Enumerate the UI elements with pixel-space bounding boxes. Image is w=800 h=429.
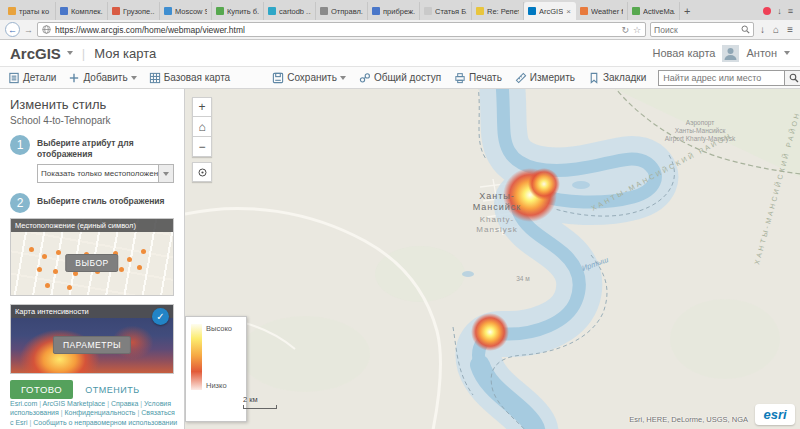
caret-down-icon — [163, 172, 169, 176]
layer-name: School 4-to-Tehnopark — [10, 115, 174, 126]
tab-favicon-icon — [60, 7, 68, 15]
footer-link[interactable]: Сообщить о неправомерном использовании — [33, 419, 177, 426]
step-1: 1 Выберите атрибут для отображения — [10, 135, 174, 160]
style-card-heatmap[interactable]: Карта интенсивности ✓ ПАРАМЕТРЫ — [10, 304, 174, 374]
geocode-search-button[interactable] — [784, 71, 800, 85]
menu-icon[interactable]: ≡ — [788, 6, 793, 16]
airport-label: Ханты-Мансийск — [675, 127, 726, 134]
measure-button[interactable]: Измерить — [515, 72, 575, 84]
browser-tab[interactable]: Комплек... — [56, 2, 108, 20]
basemap-label: Базовая карта — [164, 72, 231, 83]
green-patch — [670, 299, 780, 379]
city-label-en: Khanty- — [480, 215, 515, 224]
scale-label: 2 км — [243, 395, 258, 404]
print-label: Печать — [469, 72, 502, 83]
browser-tab[interactable]: Статья Б... — [420, 2, 472, 20]
add-button[interactable]: Добавить — [68, 72, 136, 84]
style-options-button[interactable]: ПАРАМЕТРЫ — [53, 336, 131, 354]
app-header: ArcGIS | Моя карта Новая карта Антон — [0, 40, 800, 67]
browser-tab[interactable]: траты ко — [4, 2, 56, 20]
back-button[interactable]: ← — [5, 22, 20, 37]
browser-tab[interactable]: Грузопе... — [108, 2, 160, 20]
browser-tab[interactable]: cartodb ... — [264, 2, 316, 20]
bookmarks-label: Закладки — [603, 72, 646, 83]
legend-gradient-bar — [191, 324, 202, 390]
new-tab-button[interactable]: + — [680, 2, 694, 20]
heat-spot — [528, 168, 560, 200]
locate-icon — [197, 167, 208, 178]
forward-button[interactable]: → — [24, 25, 33, 35]
attribute-dropdown[interactable]: Показать только местоположения — [37, 164, 174, 183]
browser-search-bar[interactable] — [650, 22, 754, 37]
tab-title: Статья Б... — [435, 7, 467, 16]
new-map-link[interactable]: Новая карта — [652, 47, 715, 59]
url-bar[interactable]: https://www.arcgis.com/home/webmap/viewe… — [37, 22, 646, 37]
basemap-button[interactable]: Базовая карта — [149, 72, 231, 84]
browser-tab-active[interactable]: ArcGIS - Мо× — [524, 2, 576, 20]
home-extent-button[interactable]: ⌂ — [192, 117, 212, 137]
page-title: Моя карта — [94, 46, 156, 61]
zoom-out-button[interactable]: − — [192, 137, 212, 157]
browser-tab[interactable]: Moscow Stat — [160, 2, 212, 20]
zoom-in-button[interactable]: + — [192, 97, 212, 117]
tab-title: ActiveMa... — [643, 7, 675, 16]
city-label: Ханты- — [479, 191, 515, 201]
footer-link[interactable]: Справка — [111, 400, 144, 407]
browser-tab[interactable]: ActiveMa... — [628, 2, 680, 20]
geocode-search[interactable] — [658, 70, 800, 86]
downloads-icon[interactable]: ↓ — [777, 6, 782, 16]
avatar[interactable] — [722, 45, 739, 62]
browser-tab[interactable]: Weather f... — [576, 2, 628, 20]
search-icon[interactable] — [741, 25, 750, 34]
home-icon[interactable]: ⌂ — [771, 24, 781, 35]
style-card-location[interactable]: Местоположение (единый символ) ВЫБОР — [10, 218, 174, 296]
locate-button[interactable] — [192, 162, 212, 182]
arcgis-logo[interactable]: ArcGIS — [10, 45, 61, 62]
browser-tab[interactable]: Re: Репет... — [472, 2, 524, 20]
panel-title: Изменить стиль — [10, 97, 174, 112]
map-area[interactable]: Ханты- Мансийск Khanty- Mansiysk 34 м Аэ… — [185, 89, 800, 429]
done-button[interactable]: ГОТОВО — [10, 380, 73, 399]
footer-link[interactable]: Конфиденциальность — [65, 409, 142, 416]
city-label-en: Mansiysk — [476, 225, 517, 234]
tab-close-icon[interactable]: × — [566, 7, 571, 16]
geocode-search-input[interactable] — [659, 73, 784, 83]
browser-tab[interactable]: Отправл... — [316, 2, 368, 20]
dropdown-arrow-button[interactable] — [158, 165, 173, 182]
print-button[interactable]: Печать — [454, 72, 502, 84]
footer-link[interactable]: ArcGIS Marketplace — [43, 400, 111, 407]
caret-down-icon[interactable] — [784, 51, 790, 55]
url-text[interactable]: https://www.arcgis.com/home/webmap/viewe… — [55, 25, 617, 35]
elevation-label: 34 м — [516, 275, 530, 282]
share-label: Общий доступ — [374, 72, 441, 83]
bookmarks-button[interactable]: Закладки — [588, 72, 646, 84]
cancel-button[interactable]: ОТМЕНИТЬ — [85, 385, 139, 395]
browser-search-input[interactable] — [654, 25, 741, 35]
browser-tab[interactable]: Купить б... — [212, 2, 264, 20]
details-button[interactable]: Детали — [8, 72, 56, 84]
tab-favicon-icon — [8, 7, 16, 15]
select-style-button[interactable]: ВЫБОР — [65, 254, 118, 272]
bookmark-star-icon[interactable]: ☆ — [633, 25, 641, 35]
step-2-label: Выберите стиль отображения — [37, 193, 165, 213]
change-style-panel: Изменить стиль School 4-to-Tehnopark 1 В… — [0, 89, 185, 429]
menu-icon[interactable]: ≡ — [785, 24, 795, 35]
step-2-number: 2 — [10, 193, 30, 213]
share-button[interactable]: Общий доступ — [359, 72, 441, 84]
browser-tab[interactable]: прибреж... — [368, 2, 420, 20]
save-button[interactable]: Сохранить — [272, 72, 346, 84]
reload-icon[interactable]: ↻ — [621, 25, 629, 35]
point-symbols — [29, 247, 34, 252]
browser-tab-strip: траты ко Комплек... Грузопе... Moscow St… — [0, 0, 800, 20]
share-icon — [359, 72, 371, 84]
pocket-icon[interactable] — [763, 7, 771, 15]
downloads-icon[interactable]: ↓ — [758, 24, 767, 35]
save-icon — [272, 72, 284, 84]
caret-down-icon[interactable] — [67, 51, 73, 55]
footer-link[interactable]: Esri.com — [10, 400, 43, 407]
user-menu[interactable]: Антон — [746, 47, 777, 59]
selected-check-icon: ✓ — [152, 308, 169, 325]
search-icon — [789, 73, 799, 83]
map-canvas[interactable]: Ханты- Мансийск Khanty- Mansiysk 34 м Аэ… — [185, 89, 800, 429]
tab-title: Moscow Stat — [175, 7, 207, 16]
